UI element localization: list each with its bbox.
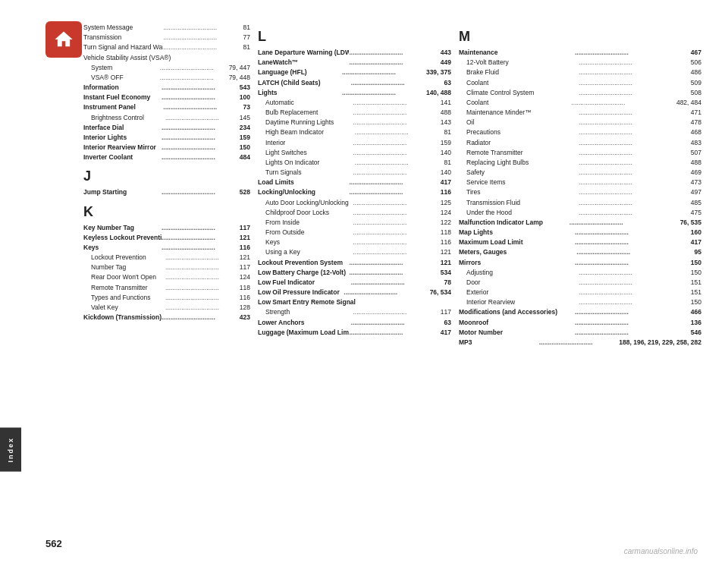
entry-page: 339, 375 <box>426 68 451 77</box>
entry-text: Strength <box>265 307 353 317</box>
entry-dots: .............................. <box>163 42 243 52</box>
list-item: Mirrors .............................. 1… <box>459 258 701 268</box>
entry-page: 488 <box>691 158 701 168</box>
entry-page: 150 <box>240 143 250 153</box>
list-item: Interior Rearview Mirror ...............… <box>83 143 250 153</box>
list-item: Service Items ..........................… <box>459 178 701 187</box>
list-item: Number Tag .............................… <box>83 263 250 272</box>
entry-page: 81 <box>243 42 250 52</box>
entry-dots: .............................. <box>353 228 440 237</box>
entry-text: Information <box>83 83 162 93</box>
entry-text: From Outside <box>265 228 353 237</box>
entry-text: Under the Hood <box>466 208 579 218</box>
entry-page: 122 <box>441 218 451 228</box>
entry-page: 121 <box>441 258 451 268</box>
list-item: Key Number Tag .........................… <box>83 223 250 233</box>
entry-page: 116 <box>441 237 451 247</box>
entry-page: 150 <box>691 297 701 307</box>
entry-text: Interior Rearview <box>466 297 579 307</box>
entry-dots: .............................. <box>579 58 691 68</box>
list-item: Strength .............................. … <box>258 307 451 317</box>
entry-text: Using a Key <box>265 247 353 257</box>
entry-page: 143 <box>441 118 451 127</box>
entry-dots: .............................. <box>342 68 426 77</box>
entry-dots: .............................. <box>162 133 240 143</box>
entry-dots: .............................. <box>162 153 240 162</box>
entry-dots: .............................. <box>570 218 680 228</box>
list-item: Coolant .............................. 4… <box>459 98 701 108</box>
list-item: Keys .............................. 116 <box>258 237 451 247</box>
entry-text: Childproof Door Locks <box>265 208 353 218</box>
entry-page: 506 <box>691 58 701 68</box>
entry-dots: .............................. <box>355 127 444 137</box>
entry-page: 116 <box>240 293 250 303</box>
home-button[interactable] <box>46 21 82 58</box>
entry-text: Coolant <box>466 78 579 88</box>
entry-dots: .............................. <box>579 288 691 297</box>
entry-dots: .............................. <box>579 118 691 127</box>
entry-text: Brightness Control <box>91 113 165 123</box>
entry-text: Safety <box>466 168 579 178</box>
entry-page: 159 <box>441 138 451 148</box>
list-item: Transmission ...........................… <box>83 33 250 42</box>
list-item: Inverter Coolant .......................… <box>83 153 250 162</box>
list-item: Remote Transmitter .....................… <box>83 283 250 293</box>
entry-dots: .............................. <box>162 83 240 93</box>
list-item: Instant Fuel Economy ...................… <box>83 93 250 102</box>
entry-dots: .............................. <box>579 158 691 168</box>
entry-page: 486 <box>691 68 701 77</box>
entry-page: 100 <box>240 93 250 102</box>
list-item: Oil .............................. 478 <box>459 118 701 127</box>
list-item: Language (HFL) .........................… <box>258 68 451 77</box>
entry-dots: .............................. <box>539 338 620 348</box>
entry-page: 125 <box>441 198 451 208</box>
column-mid: L Lane Departure Warning (LDW) .........… <box>258 23 459 533</box>
entry-dots: .............................. <box>575 258 691 268</box>
entry-page: 488 <box>441 108 451 118</box>
entry-page: 116 <box>240 243 250 253</box>
entry-text: Map Lights <box>459 228 575 237</box>
list-item: MP3 .............................. 188, … <box>459 338 701 348</box>
entry-dots: .............................. <box>579 88 691 98</box>
entry-page: 475 <box>691 208 701 218</box>
entry-text: Auto Door Locking/Unlocking <box>265 198 353 208</box>
entry-page: 76, 534 <box>430 288 451 297</box>
entry-dots: .............................. <box>579 68 691 77</box>
list-item: From Outside ...........................… <box>258 228 451 237</box>
entry-page: 81 <box>444 127 451 137</box>
entry-dots: .............................. <box>353 307 440 317</box>
entry-dots: .............................. <box>575 328 691 338</box>
list-item: Childproof Door Locks ..................… <box>258 208 451 218</box>
list-item: Low Smart Entry Remote Signal <box>258 297 451 307</box>
list-item: Jump Starting ..........................… <box>83 187 250 197</box>
entry-dots: .............................. <box>165 263 240 272</box>
entry-dots: .............................. <box>162 223 240 233</box>
entry-page: 160 <box>691 228 701 237</box>
entry-dots: .............................. <box>349 58 440 68</box>
entry-dots: .............................. <box>349 328 440 338</box>
list-item: Low Oil Pressure Indicator .............… <box>258 288 451 297</box>
list-item: Locking/Unlocking ......................… <box>258 187 451 197</box>
entry-page: 77 <box>243 33 250 42</box>
entry-page: 528 <box>240 187 250 197</box>
entry-page: 546 <box>691 328 701 338</box>
entry-page: 76, 535 <box>680 218 701 228</box>
entry-page: 188, 196, 219, 229, 258, 282 <box>619 338 701 348</box>
entry-dots: .............................. <box>162 143 240 153</box>
entry-text: Modifications (and Accessories) <box>459 307 575 317</box>
list-item: Maintenance Minder™ ....................… <box>459 108 701 118</box>
entry-dots: .............................. <box>575 237 691 247</box>
entry-dots: .............................. <box>351 278 444 288</box>
entry-page: 423 <box>240 313 250 322</box>
entry-text: High Beam Indicator <box>265 127 355 137</box>
list-item: Light Switches .........................… <box>258 148 451 158</box>
entry-page: 95 <box>695 247 701 257</box>
entry-text: Moonroof <box>459 318 575 328</box>
list-item: LaneWatch™ .............................… <box>258 58 451 68</box>
entry-text: Low Fuel Indicator <box>258 278 351 288</box>
entry-page: 141 <box>441 98 451 108</box>
entry-dots: .............................. <box>162 123 240 133</box>
entry-dots: .............................. <box>579 208 691 218</box>
entry-dots: .............................. <box>353 208 440 218</box>
entry-dots: .............................. <box>353 247 440 257</box>
